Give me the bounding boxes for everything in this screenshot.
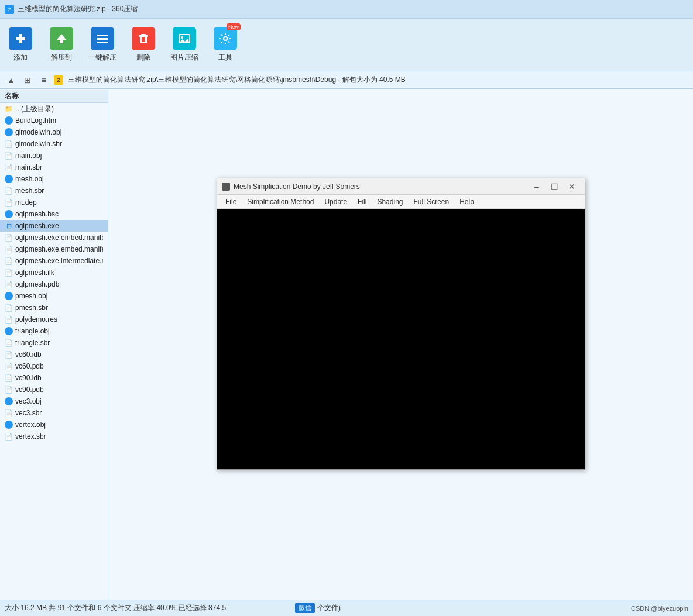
list-item[interactable]: 📄 main.obj	[0, 150, 108, 161]
app-window-title: Mesh Simplication Demo by Jeff Somers	[234, 183, 529, 191]
file-list-header: 名称	[0, 90, 108, 103]
svg-marker-4	[57, 34, 66, 43]
close-btn[interactable]: ✕	[564, 180, 580, 193]
svg-marker-15	[179, 39, 190, 43]
menu-help[interactable]: Help	[455, 197, 479, 207]
list-item[interactable]: 📄 vc60.pdb	[0, 360, 108, 372]
list-item[interactable]: triangle.obj	[0, 325, 108, 337]
list-item[interactable]: 📄 oglpmesh.exe.embed.manife	[0, 232, 108, 243]
res-icon: 📄	[5, 315, 13, 324]
manifest2-icon: 📄	[5, 245, 13, 253]
app-canvas	[217, 209, 585, 469]
list-item[interactable]: vertex.obj	[0, 419, 108, 431]
app-window: Mesh Simplication Demo by Jeff Somers – …	[217, 178, 585, 470]
pdb1-icon: 📄	[5, 280, 13, 288]
list-item-selected[interactable]: ⊞ oglpmesh.exe	[0, 220, 108, 232]
toolbar: 添加 解压到 一键解压 删除 图片压缩 New 工具	[0, 19, 693, 71]
nav-up-btn[interactable]: ▲	[5, 74, 18, 87]
app-title-bar: Mesh Simplication Demo by Jeff Somers – …	[217, 178, 585, 195]
svg-rect-5	[97, 35, 108, 36]
toolbar-tools-btn[interactable]: New 工具	[211, 27, 240, 63]
list-item[interactable]: 📄 glmodelwin.sbr	[0, 138, 108, 150]
app-menu-bar: File Simplification Method Update Fill S…	[217, 195, 585, 209]
app-icon: Z	[5, 5, 14, 14]
list-item[interactable]: oglpmesh.bsc	[0, 208, 108, 220]
app-window-icon	[222, 183, 230, 191]
new-badge: New	[227, 23, 241, 30]
manifest1-icon: 📄	[5, 233, 13, 242]
list-item[interactable]: 📄 vc90.pdb	[0, 384, 108, 395]
menu-update[interactable]: Update	[320, 197, 352, 207]
intermediate-icon: 📄	[5, 257, 13, 265]
oneclick-label: 一键解压	[88, 53, 116, 63]
folder-icon: 📁	[5, 105, 13, 113]
vertex-sbr-icon: 📄	[5, 432, 13, 441]
list-item[interactable]: 📄 main.sbr	[0, 161, 108, 173]
toolbar-add-btn[interactable]: 添加	[6, 27, 35, 63]
menu-fill[interactable]: Fill	[353, 197, 371, 207]
list-item[interactable]: 📄 mesh.sbr	[0, 185, 108, 197]
list-item[interactable]: 📄 polydemo.res	[0, 314, 108, 325]
list-item[interactable]: pmesh.obj	[0, 290, 108, 302]
toolbar-imgzip-btn[interactable]: 图片压缩	[170, 27, 199, 63]
extract-icon	[50, 27, 73, 50]
tri-sbr-icon: 📄	[5, 339, 13, 347]
svg-rect-12	[140, 42, 147, 43]
svg-rect-7	[97, 42, 108, 43]
list-item[interactable]: mesh.obj	[0, 173, 108, 185]
svg-text:Z: Z	[8, 7, 11, 12]
svg-point-14	[181, 36, 183, 39]
list-item[interactable]: 📄 oglpmesh.exe.embed.manife	[0, 243, 108, 255]
vc90-pdb-icon: 📄	[5, 386, 13, 394]
maximize-btn[interactable]: ☐	[546, 180, 562, 193]
list-item[interactable]: 📄 oglpmesh.ilk	[0, 267, 108, 278]
nav-list-btn[interactable]: ≡	[37, 74, 50, 87]
toolbar-oneclick-btn[interactable]: 一键解压	[88, 27, 117, 63]
status-badge: 微信	[295, 603, 315, 613]
breadcrumb-path: 三维模型的简化算法研究.zip\三维模型的简化算法研究\网格简化源码\jmspm…	[68, 75, 688, 85]
breadcrumb-bar: ▲ ⊞ ≡ Z 三维模型的简化算法研究.zip\三维模型的简化算法研究\网格简化…	[0, 71, 693, 89]
list-item[interactable]: 📄 vec3.sbr	[0, 407, 108, 419]
vertex-obj-icon	[5, 421, 13, 429]
menu-fullscreen[interactable]: Full Screen	[409, 197, 454, 207]
list-item[interactable]: glmodelwin.obj	[0, 126, 108, 138]
mesh-obj-icon	[5, 175, 13, 183]
list-item[interactable]: 📄 triangle.sbr	[0, 337, 108, 349]
obj2-icon: 📄	[5, 152, 13, 160]
list-item[interactable]: 📁 .. (上级目录)	[0, 103, 108, 115]
dep-icon: 📄	[5, 198, 13, 207]
tools-label: 工具	[218, 53, 232, 63]
list-item[interactable]: 📄 vc60.idb	[0, 349, 108, 360]
menu-file[interactable]: File	[221, 197, 241, 207]
menu-simplification[interactable]: Simplification Method	[242, 197, 318, 207]
toolbar-delete-btn[interactable]: 删除	[129, 27, 158, 63]
main-content: 名称 📁 .. (上级目录) BuildLog.htm glmodelwin.o…	[0, 89, 693, 600]
list-item[interactable]: 📄 vertex.sbr	[0, 431, 108, 442]
zip-file-icon: Z	[54, 75, 63, 85]
list-item[interactable]: BuildLog.htm	[0, 115, 108, 126]
list-item[interactable]: 📄 pmesh.sbr	[0, 302, 108, 314]
toolbar-extract-btn[interactable]: 解压到	[47, 27, 76, 63]
sbr-icon: 📄	[5, 140, 13, 148]
pmesh-sbr-icon: 📄	[5, 304, 13, 312]
status-right-text: CSDN @biyezuopin	[631, 605, 688, 612]
minimize-btn[interactable]: –	[529, 180, 545, 193]
vc60-idb-icon: 📄	[5, 350, 13, 359]
vec3-sbr-icon: 📄	[5, 409, 13, 417]
delete-icon	[132, 27, 155, 50]
pmesh-obj-icon	[5, 292, 13, 300]
status-bar: 大小 16.2 MB 共 91 个文件和 6 个文件夹 压缩率 40.0% 已经…	[0, 600, 693, 616]
menu-shading[interactable]: Shading	[372, 197, 407, 207]
oneclick-icon	[91, 27, 114, 50]
status-text: 大小 16.2 MB 共 91 个文件和 6 个文件夹 压缩率 40.0% 已经…	[5, 603, 295, 613]
list-item[interactable]: 📄 oglpmesh.pdb	[0, 278, 108, 290]
list-item[interactable]: 📄 oglpmesh.exe.intermediate.m	[0, 255, 108, 267]
file-list: 名称 📁 .. (上级目录) BuildLog.htm glmodelwin.o…	[0, 89, 108, 600]
exe-icon: ⊞	[5, 222, 13, 230]
nav-view-btn[interactable]: ⊞	[21, 74, 34, 87]
list-item[interactable]: vec3.obj	[0, 395, 108, 407]
list-item[interactable]: 📄 mt.dep	[0, 197, 108, 208]
add-icon	[9, 27, 32, 50]
title-bar-text: 三维模型的简化算法研究.zip - 360压缩	[18, 4, 138, 14]
list-item[interactable]: 📄 vc90.idb	[0, 372, 108, 384]
